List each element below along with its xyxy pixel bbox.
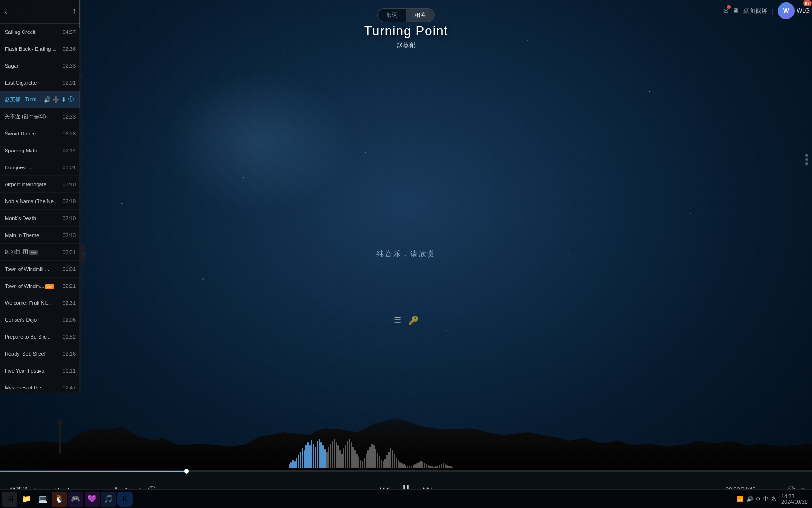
track-item[interactable]: Five Year Festival 01:11	[0, 362, 80, 379]
add-to-list[interactable]: ➕	[53, 96, 60, 103]
track-item[interactable]: Town of Windmill ... 01:01	[0, 261, 80, 278]
track-item[interactable]: Main In Theme 02:13	[0, 227, 80, 244]
wave-bar	[375, 449, 376, 468]
track-duration: 03:31	[62, 249, 76, 255]
wave-bar	[441, 464, 442, 468]
track-item[interactable]: Prepare to Be Slic... 01:52	[0, 328, 80, 345]
track-item[interactable]: Sailing Credit 04:37	[0, 24, 80, 40]
track-duration: 02:19	[62, 198, 76, 204]
track-item[interactable]: 关不近 (입수불꾀) 02:33	[0, 108, 80, 125]
wave-bar	[334, 439, 335, 468]
wave-bar	[358, 457, 359, 468]
song-title: Turning Point	[364, 24, 448, 39]
taskbar-settings[interactable]: ⚙	[756, 496, 761, 502]
wave-bar	[448, 466, 450, 468]
taskbar-files[interactable]: 📁	[19, 492, 34, 507]
taskbar-store[interactable]: 🐧	[52, 492, 67, 507]
taskbar-china[interactable]: 中	[763, 495, 769, 503]
clock-date: 2024/10/31	[781, 499, 807, 505]
track-item[interactable]: Airport Interrogate 01:40	[0, 176, 80, 193]
taskbar-computer[interactable]: 💻	[35, 492, 50, 507]
share-icon[interactable]: ⤴	[72, 8, 76, 16]
track-name: Town of Windm...VIP	[5, 283, 59, 289]
track-duration: 02:01	[62, 80, 76, 86]
wave-bar	[403, 464, 405, 468]
progress-thumb[interactable]	[184, 469, 189, 474]
active-track-controls: 🔊 ➕ ⬇ ⓘ	[44, 95, 74, 103]
taskbar-network[interactable]: 📶	[737, 496, 744, 502]
center-action-icons: ☰ 🔑	[394, 315, 419, 325]
wave-bar	[336, 442, 337, 468]
lyrics-toggle[interactable]: 🔊	[44, 96, 51, 103]
back-icon[interactable]: ‹	[5, 8, 7, 16]
wave-bar	[433, 467, 435, 468]
wave-bar	[302, 448, 303, 468]
wave-bar	[435, 466, 437, 468]
mv-badge: MV	[29, 250, 38, 255]
scrollbar-track	[79, 0, 80, 393]
track-item[interactable]: Sword Dance 06:28	[0, 125, 80, 142]
track-item[interactable]: 赵英郁 - Turning ... 🔊 ➕ ⬇ ⓘ	[0, 91, 80, 108]
track-item[interactable]: Sparring Mate 02:14	[0, 142, 80, 159]
username[interactable]: WLG	[797, 8, 810, 14]
edge-dot	[805, 162, 808, 165]
wave-bar	[324, 449, 326, 468]
track-item[interactable]: 练习曲 ·图MV 03:31	[0, 244, 80, 261]
download-track[interactable]: ⬇	[62, 96, 66, 103]
taskbar-volume[interactable]: 🔊	[746, 496, 753, 502]
track-duration: 02:16	[62, 351, 76, 357]
taskbar-start[interactable]: ⊞	[2, 492, 17, 507]
taskbar-kugou[interactable]: K	[117, 492, 133, 507]
track-item[interactable]: Conquest ... 03:01	[0, 159, 80, 176]
wave-bar	[437, 466, 438, 468]
wave-bar	[399, 462, 401, 468]
song-artist: 赵英郁	[364, 41, 448, 50]
track-item[interactable]: Flash Back - Ending ... 02:36	[0, 40, 80, 57]
track-item[interactable]: Welcome, Fruit Ni... 02:31	[0, 294, 80, 311]
list-icon[interactable]: ☰	[394, 315, 401, 325]
tab-related[interactable]: 相关	[406, 9, 434, 22]
right-edge-decoration	[805, 152, 808, 167]
key-icon[interactable]: 🔑	[408, 315, 419, 325]
taskbar-right: 📶 🔊 ⚙ 中 あ 14:23 2024/10/31	[737, 493, 810, 505]
track-item[interactable]: Mysteries of the ... 02:47	[0, 379, 80, 393]
monitor-icon[interactable]: 🖥	[733, 7, 739, 15]
taskbar-music[interactable]: 🎵	[101, 492, 116, 507]
taskbar-input[interactable]: あ	[771, 495, 777, 503]
avatar-initials: W	[783, 8, 789, 14]
track-duration: 02:33	[62, 114, 76, 119]
user-avatar[interactable]: W 97	[778, 2, 795, 19]
desktop-label[interactable]: 桌面截屏	[743, 7, 767, 15]
track-name: Ready, Set, Slice!	[5, 351, 59, 357]
progress-bar[interactable]	[0, 471, 812, 472]
wave-bar	[305, 444, 307, 468]
track-item[interactable]: Last Cigarette 02:01	[0, 74, 80, 91]
track-name: Airport Interrogate	[5, 182, 59, 187]
wave-bar	[439, 465, 440, 468]
track-name: Sword Dance	[5, 131, 59, 136]
scrollbar-thumb[interactable]	[79, 0, 80, 28]
track-item[interactable]: Noble Name (The Ne... 02:19	[0, 193, 80, 210]
track-item[interactable]: Sagari 02:33	[0, 57, 80, 74]
track-name: Five Year Festival	[5, 368, 59, 373]
taskbar-purple[interactable]: 💜	[85, 492, 100, 507]
taskbar-game[interactable]: 🎮	[68, 492, 83, 507]
track-name: Mysteries of the ...	[5, 385, 59, 390]
wave-bar	[414, 464, 416, 468]
tab-lyrics[interactable]: 歌词	[378, 9, 406, 22]
track-name: Town of Windmill ...	[5, 266, 59, 272]
wave-bar	[349, 439, 350, 468]
message-icon[interactable]: ✉	[723, 7, 729, 15]
wave-bar	[300, 452, 301, 468]
track-item[interactable]: Ready, Set, Slice! 02:16	[0, 345, 80, 362]
wave-bar	[443, 463, 444, 468]
track-item[interactable]: Gensei's Dojo 02:06	[0, 311, 80, 328]
vip-badge: VIP	[45, 284, 54, 289]
track-info[interactable]: ⓘ	[68, 95, 74, 103]
wave-bar	[428, 465, 429, 468]
track-item[interactable]: Town of Windm...VIP 02:21	[0, 278, 80, 294]
sidebar-collapse-button[interactable]: ‹	[80, 245, 86, 263]
wave-bar	[307, 442, 309, 468]
track-item[interactable]: Monk's Death 02:10	[0, 210, 80, 227]
track-duration: 01:11	[62, 368, 76, 373]
